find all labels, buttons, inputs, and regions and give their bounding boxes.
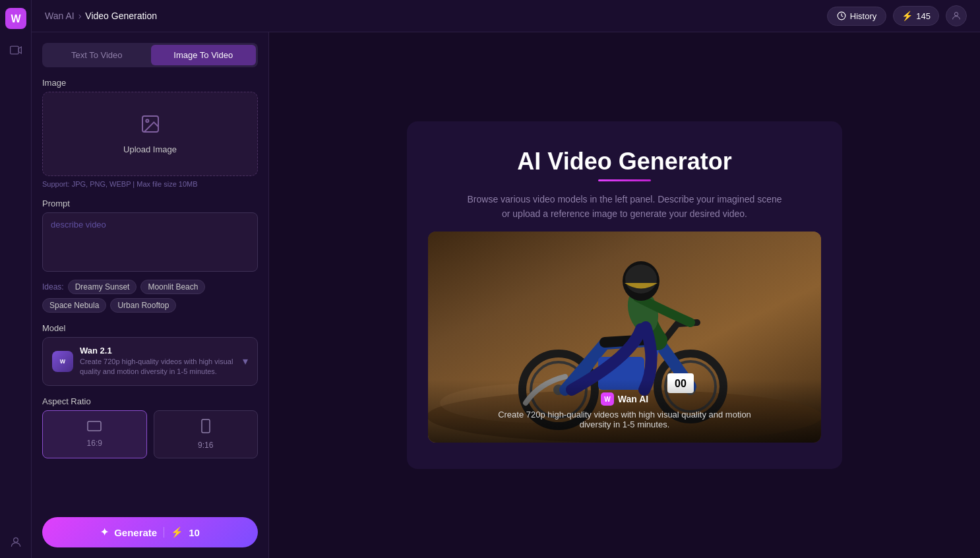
breadcrumb-chevron-icon: ›: [78, 11, 82, 21]
aspect-9-16-label: 9:16: [198, 441, 213, 450]
svg-rect-2: [10, 46, 18, 54]
header-actions: History ⚡ 145: [827, 5, 967, 26]
breadcrumb: Wan AI › Video Generation: [45, 11, 157, 21]
generate-divider: [164, 527, 164, 538]
upload-hint: Support: JPG, PNG, WEBP | Max file size …: [42, 180, 258, 188]
credits-count: 145: [916, 11, 931, 21]
portrait-icon: [201, 419, 210, 437]
video-overlay: W Wan AI Create 720p high-qualit: [428, 379, 821, 443]
history-label: History: [850, 11, 876, 21]
wan-ai-logo-icon: W: [601, 392, 614, 406]
app-logo[interactable]: W: [5, 8, 26, 29]
generate-lightning-icon: ⚡: [171, 526, 183, 538]
image-section: Image Upload Image Support: JPG, PNG, WE…: [42, 78, 258, 188]
main-container: Wan AI › Video Generation History ⚡ 145: [32, 0, 980, 558]
model-name: Wan 2.1: [80, 346, 236, 356]
chevron-down-icon: ▾: [243, 355, 248, 367]
model-description: Create 720p high-quality videos with hig…: [80, 357, 236, 377]
header: Wan AI › Video Generation History ⚡ 145: [32, 0, 980, 32]
aspect-ratio-options: 16:9 9:16: [42, 410, 258, 458]
tabs-container: Text To Video Image To Video: [42, 43, 258, 67]
svg-rect-9: [88, 421, 101, 431]
prompt-section: Prompt Ideas: Dreamy Sunset Moonlit Beac…: [42, 199, 258, 313]
preview-video-area: 00 W: [428, 232, 821, 443]
idea-chip-moonlit-beach[interactable]: Moonlit Beach: [140, 280, 205, 294]
wan-ai-label: Wan AI: [618, 394, 648, 404]
model-section: Model W Wan 2.1 Create 720p high-quality…: [42, 323, 258, 386]
svg-text:W: W: [60, 358, 66, 365]
generate-cost: 10: [189, 527, 200, 538]
sidebar-user-icon[interactable]: [8, 534, 24, 550]
right-panel: AI Video Generator Browse various video …: [269, 32, 980, 558]
model-info: Wan 2.1 Create 720p high-quality videos …: [80, 346, 236, 377]
svg-point-3: [13, 538, 18, 542]
content-area: Text To Video Image To Video Image: [32, 32, 980, 558]
aspect-ratio-section: Aspect Ratio 16:9 9:16: [42, 396, 258, 458]
aspect-16-9-label: 16:9: [87, 439, 102, 448]
history-button[interactable]: History: [827, 7, 886, 26]
wan-ai-badge: W Wan AI: [601, 392, 648, 406]
breadcrumb-current: Video Generation: [85, 11, 157, 21]
user-avatar-icon: [951, 11, 962, 21]
prompt-label: Prompt: [42, 199, 258, 208]
upload-image-icon: [140, 113, 161, 139]
aspect-16-9[interactable]: 16:9: [42, 410, 147, 458]
sparkle-icon: ✦: [100, 526, 109, 538]
aspect-9-16[interactable]: 9:16: [154, 410, 259, 458]
lightning-icon: ⚡: [902, 11, 913, 21]
svg-point-7: [146, 119, 148, 122]
breadcrumb-parent: Wan AI: [45, 11, 75, 21]
model-label: Model: [42, 323, 258, 333]
svg-text:W: W: [11, 13, 21, 24]
sidebar: W: [0, 0, 32, 558]
model-icon: W: [52, 351, 73, 372]
sidebar-video-icon[interactable]: [8, 42, 24, 58]
preview-card: AI Video Generator Browse various video …: [407, 121, 842, 470]
svg-text:W: W: [604, 396, 611, 403]
upload-area[interactable]: Upload Image: [42, 92, 258, 176]
idea-chip-urban-rooftop[interactable]: Urban Rooftop: [110, 298, 176, 313]
avatar-button[interactable]: [946, 5, 967, 26]
tab-text-to-video[interactable]: Text To Video: [44, 45, 150, 65]
upload-text: Upload Image: [123, 144, 177, 154]
left-panel: Text To Video Image To Video Image: [32, 32, 269, 558]
clock-icon: [837, 11, 846, 20]
idea-chip-space-nebula[interactable]: Space Nebula: [42, 298, 106, 313]
preview-underline: [598, 179, 651, 181]
tab-image-to-video[interactable]: Image To Video: [151, 45, 257, 65]
image-label: Image: [42, 78, 258, 88]
generate-label: Generate: [114, 527, 157, 538]
prompt-input[interactable]: [42, 212, 258, 272]
generate-button[interactable]: ✦ Generate ⚡ 10: [42, 517, 258, 547]
video-caption: Create 720p high-quality videos with hig…: [493, 410, 756, 429]
svg-rect-10: [202, 419, 210, 433]
ideas-label: Ideas:: [42, 280, 64, 292]
idea-chip-dreamy-sunset[interactable]: Dreamy Sunset: [68, 280, 137, 294]
credits-button[interactable]: ⚡ 145: [893, 6, 939, 26]
landscape-icon: [87, 421, 102, 435]
svg-point-23: [625, 264, 657, 294]
aspect-ratio-label: Aspect Ratio: [42, 396, 258, 406]
preview-title: AI Video Generator: [517, 148, 731, 175]
preview-description: Browse various video models in the left …: [466, 192, 783, 222]
model-selector[interactable]: W Wan 2.1 Create 720p high-quality video…: [42, 337, 258, 386]
svg-point-5: [954, 13, 958, 16]
